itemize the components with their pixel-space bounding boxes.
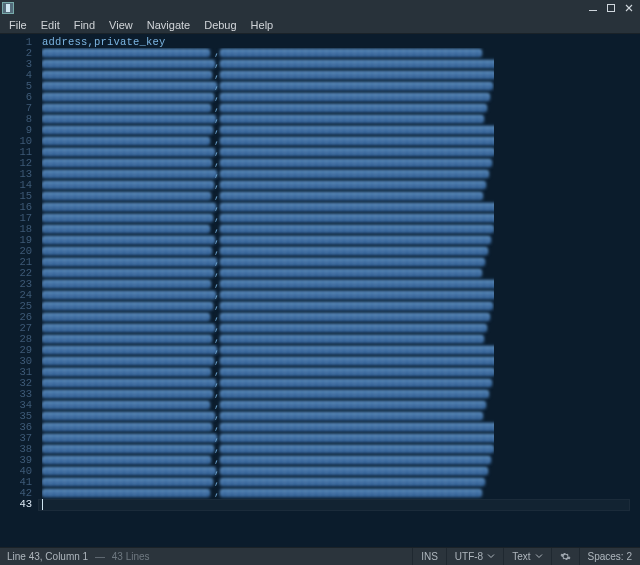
- blurred-line: ,: [42, 103, 494, 114]
- blurred-line: ,: [42, 81, 494, 92]
- editor-area[interactable]: 1234567891011121314151617181920212223242…: [0, 34, 640, 547]
- blurred-line: ,: [42, 422, 494, 433]
- blurred-line: ,: [42, 466, 494, 477]
- status-position: Line 43, Column 1: [7, 551, 88, 562]
- menu-debug[interactable]: Debug: [197, 16, 243, 33]
- status-left[interactable]: Line 43, Column 1 — 43 Lines: [0, 548, 150, 565]
- status-right: INS UTF-8 Text Spaces: 2: [412, 548, 640, 565]
- blurred-line: ,: [42, 191, 494, 202]
- blurred-line: ,: [42, 224, 494, 235]
- close-button[interactable]: [620, 1, 638, 15]
- blurred-line: ,: [42, 158, 494, 169]
- status-encoding-label: UTF-8: [455, 551, 483, 562]
- blurred-line: ,: [42, 59, 494, 70]
- blurred-line: ,: [42, 345, 494, 356]
- app-icon: [2, 2, 14, 14]
- blurred-line: ,: [42, 290, 494, 301]
- blurred-content: ,,,,,,,,,,,,,,,,,,,,,,,,,,,,,,,,,,,,,,,,…: [42, 48, 494, 499]
- menu-view[interactable]: View: [102, 16, 140, 33]
- code-view[interactable]: address,private_key ,,,,,,,,,,,,,,,,,,,,…: [38, 34, 630, 547]
- blurred-line: ,: [42, 125, 494, 136]
- blurred-line: ,: [42, 202, 494, 213]
- blurred-line: ,: [42, 455, 494, 466]
- menu-find[interactable]: Find: [67, 16, 102, 33]
- chevron-down-icon: [535, 551, 543, 562]
- blurred-line: ,: [42, 323, 494, 334]
- blurred-line: ,: [42, 334, 494, 345]
- menu-navigate[interactable]: Navigate: [140, 16, 197, 33]
- blurred-line: ,: [42, 169, 494, 180]
- svg-rect-1: [608, 5, 615, 12]
- status-encoding[interactable]: UTF-8: [446, 548, 503, 565]
- blurred-line: ,: [42, 136, 494, 147]
- blurred-line: ,: [42, 378, 494, 389]
- menu-bar: File Edit Find View Navigate Debug Help: [0, 16, 640, 34]
- blurred-line: ,: [42, 180, 494, 191]
- status-syntax[interactable]: Text: [503, 548, 550, 565]
- blurred-line: ,: [42, 444, 494, 455]
- line-number-gutter[interactable]: 1234567891011121314151617181920212223242…: [0, 34, 38, 547]
- blurred-line: ,: [42, 312, 494, 323]
- blurred-line: ,: [42, 246, 494, 257]
- status-syntax-label: Text: [512, 551, 530, 562]
- title-bar: [0, 0, 640, 16]
- status-bar: Line 43, Column 1 — 43 Lines INS UTF-8 T…: [0, 547, 640, 565]
- scrollbar-track[interactable]: [630, 34, 640, 547]
- blurred-line: ,: [42, 367, 494, 378]
- blurred-line: ,: [42, 70, 494, 81]
- gear-icon: [560, 551, 571, 562]
- blurred-line: ,: [42, 488, 494, 499]
- maximize-icon: [606, 3, 616, 13]
- minimize-icon: [588, 3, 598, 13]
- status-settings[interactable]: [551, 548, 579, 565]
- status-lines: 43 Lines: [112, 551, 150, 562]
- status-ins-label: INS: [421, 551, 438, 562]
- chevron-down-icon: [487, 551, 495, 562]
- close-icon: [624, 3, 634, 13]
- blurred-line: ,: [42, 92, 494, 103]
- status-spaces[interactable]: Spaces: 2: [579, 548, 640, 565]
- menu-edit[interactable]: Edit: [34, 16, 67, 33]
- blurred-line: ,: [42, 411, 494, 422]
- blurred-line: ,: [42, 257, 494, 268]
- svg-rect-0: [589, 10, 597, 11]
- blurred-line: ,: [42, 477, 494, 488]
- blurred-line: ,: [42, 400, 494, 411]
- blurred-line: ,: [42, 48, 494, 59]
- code-line-1: address,private_key: [42, 37, 630, 48]
- blurred-line: ,: [42, 301, 494, 312]
- blurred-line: ,: [42, 147, 494, 158]
- maximize-button[interactable]: [602, 1, 620, 15]
- menu-help[interactable]: Help: [244, 16, 281, 33]
- blurred-line: ,: [42, 268, 494, 279]
- blurred-line: ,: [42, 213, 494, 224]
- blurred-line: ,: [42, 389, 494, 400]
- blurred-line: ,: [42, 114, 494, 125]
- status-spaces-label: Spaces: 2: [588, 551, 632, 562]
- blurred-line: ,: [42, 356, 494, 367]
- status-ins[interactable]: INS: [412, 548, 446, 565]
- menu-file[interactable]: File: [2, 16, 34, 33]
- blurred-line: ,: [42, 433, 494, 444]
- blurred-line: ,: [42, 235, 494, 246]
- blurred-line: ,: [42, 279, 494, 290]
- text-caret: [42, 499, 43, 510]
- line-number[interactable]: 43: [0, 499, 32, 510]
- status-lines-sep: —: [92, 551, 108, 562]
- minimize-button[interactable]: [584, 1, 602, 15]
- cursor-line-highlight: [38, 499, 630, 511]
